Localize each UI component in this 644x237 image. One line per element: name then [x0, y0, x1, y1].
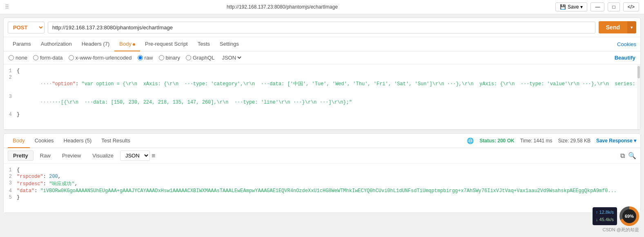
bottom-widget: ↑ 12.8k/s ↓ 45.4k/s 69% CSDN @死的却是 — [593, 206, 639, 216]
copy-icon[interactable]: ⧉ — [620, 152, 625, 159]
cpu-progress-circle: 69% — [619, 206, 639, 216]
code-button[interactable]: </> — [623, 2, 639, 11]
response-time: Time: 1441 ms — [520, 138, 553, 144]
resp-tab-cookies[interactable]: Cookies — [30, 134, 59, 148]
save-icon: 💾 — [560, 4, 566, 10]
request-panel: POST GET PUT DELETE Send ▾ Params Author… — [3, 18, 641, 130]
resp-tab-body[interactable]: Body — [8, 134, 30, 148]
response-size: Size: 29.58 KB — [558, 138, 591, 144]
top-bar-url: http://192.168.137.23:8080/phantomjs/ech… — [227, 4, 338, 10]
format-pretty-button[interactable]: Pretty — [8, 151, 33, 161]
resp-line-5: 5 } — [4, 194, 640, 201]
request-tabs-bar: Params Authorization Headers (7) Body Pr… — [4, 37, 640, 51]
resp-line-2: 2 "rspcode": 200, — [4, 173, 640, 180]
body-dot — [133, 43, 135, 46]
send-button[interactable]: Send — [599, 21, 627, 33]
json-type-select[interactable]: JSON Text XML — [220, 54, 243, 61]
tab-headers[interactable]: Headers (7) — [77, 37, 115, 51]
radio-form-data[interactable]: form-data — [33, 55, 63, 61]
scrollbar-thumb — [637, 66, 640, 78]
editor-scrollbar[interactable] — [637, 64, 640, 129]
request-code-editor: 1 { 2 ····"option": "var option = {\r\n … — [4, 64, 640, 130]
response-meta: 🌐 Status: 200 OK Time: 1441 ms Size: 29.… — [467, 137, 636, 144]
format-raw-button[interactable]: Raw — [35, 151, 56, 160]
tab-pre-request[interactable]: Pre-request Script — [140, 37, 193, 51]
body-options: none form-data x-www-form-urlencoded raw… — [4, 51, 640, 64]
cpu-percent: 69% — [622, 209, 636, 216]
response-body: 1 { 2 "rspcode": 200, 3 "rspdesc": "响应成功… — [4, 164, 640, 213]
tab-params[interactable]: Params — [8, 37, 36, 51]
code-line-3: 3 ·······[{\r\n ···data: [150, 230, 224,… — [4, 93, 640, 111]
code-line-2: 2 ····"option": "var option = {\r\n xAxi… — [4, 74, 640, 93]
radio-raw[interactable]: raw — [138, 55, 153, 61]
method-select[interactable]: POST GET PUT DELETE — [8, 22, 45, 33]
resp-tab-test-results[interactable]: Test Results — [96, 134, 135, 148]
upload-speed: ↑ 12.8k/s — [596, 209, 614, 216]
minimize-button[interactable]: — — [591, 2, 604, 11]
url-input[interactable] — [48, 22, 595, 33]
maximize-button[interactable]: □ — [608, 2, 619, 11]
save-dropdown-icon: ▾ — [580, 4, 583, 10]
save-button[interactable]: 💾 Save ▾ — [555, 2, 587, 11]
tab-settings[interactable]: Settings — [215, 37, 244, 51]
code-line-4: 4 } — [4, 111, 640, 118]
radio-none[interactable]: none — [9, 55, 27, 61]
beautify-button[interactable]: Beautify — [615, 55, 635, 61]
response-panel: Body Cookies Headers (5) Test Results 🌐 … — [3, 133, 641, 213]
format-visualize-button[interactable]: Visualize — [87, 151, 118, 160]
send-btn-group: Send ▾ — [599, 21, 636, 33]
format-right-actions: ⧉ 🔍 — [620, 152, 636, 159]
network-stats: ↑ 12.8k/s ↓ 45.4k/s — [593, 207, 617, 216]
code-line-1: 1 { — [4, 68, 640, 74]
globe-icon: 🌐 — [467, 137, 474, 144]
cookies-link[interactable]: Cookies — [617, 41, 636, 47]
format-bar: Pretty Raw Preview Visualize JSON ≡ ⧉ 🔍 — [4, 148, 640, 164]
tab-authorization[interactable]: Authorization — [36, 37, 77, 51]
radio-binary[interactable]: binary — [159, 55, 180, 61]
response-json-select[interactable]: JSON — [120, 151, 150, 161]
tab-tests[interactable]: Tests — [193, 37, 215, 51]
search-icon[interactable]: 🔍 — [628, 152, 636, 159]
resp-line-3: 3 "rspdesc": "响应成功", — [4, 180, 640, 188]
radio-graphql[interactable]: GraphQL — [186, 55, 214, 61]
save-response-button[interactable]: Save Response ▾ — [596, 138, 636, 144]
status-badge: Status: 200 OK — [479, 138, 514, 144]
url-bar: POST GET PUT DELETE Send ▾ — [4, 18, 640, 37]
resp-line-4: 4 "data": "iVBORw0KGgoAAAANSUhEUgAAA+gAA… — [4, 188, 640, 194]
resp-line-1: 1 { — [4, 167, 640, 173]
tab-body[interactable]: Body — [114, 37, 140, 51]
top-bar: ⠿ http://192.168.137.23:8080/phantomjs/e… — [0, 0, 644, 14]
radio-urlencoded[interactable]: x-www-form-urlencoded — [69, 55, 132, 61]
resp-tab-headers[interactable]: Headers (5) — [59, 134, 97, 148]
format-preview-button[interactable]: Preview — [57, 151, 86, 160]
top-bar-actions: 💾 Save ▾ — □ </> — [555, 2, 639, 11]
send-dropdown-button[interactable]: ▾ — [627, 21, 636, 33]
response-tabs-bar: Body Cookies Headers (5) Test Results 🌐 … — [4, 134, 640, 148]
drag-handle: ⠿ — [5, 4, 9, 10]
filter-icon[interactable]: ≡ — [152, 152, 155, 159]
